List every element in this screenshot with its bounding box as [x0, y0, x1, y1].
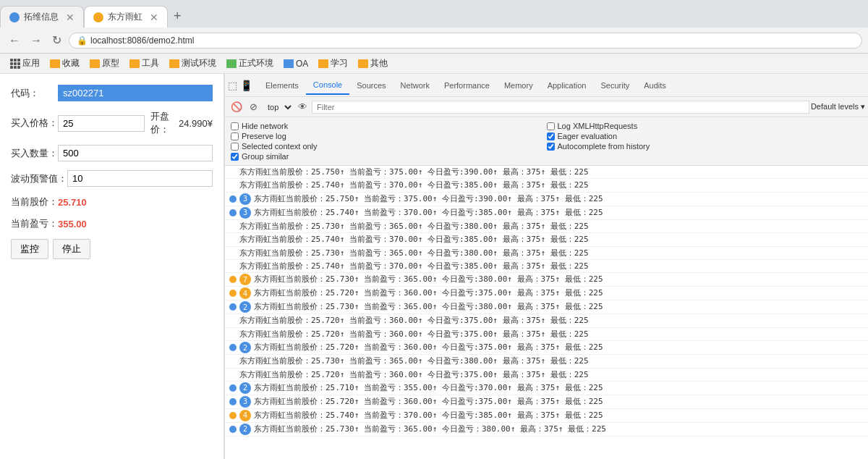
tab-tuowei[interactable]: 拓维信息 ✕ — [0, 6, 84, 28]
bookmark-qita-label: 其他 — [370, 57, 388, 70]
tab-label-dongfang: 东方雨虹 — [108, 11, 142, 23]
log-entry: 东方雨虹当前股价：25.730↑ 当前盈亏：365.00↑ 今日盈亏:380.0… — [225, 247, 868, 260]
tab-sources[interactable]: Sources — [349, 77, 393, 94]
buy-count-input[interactable] — [58, 145, 213, 161]
log-text: 东方雨虹当前股价：25.750↑ 当前盈亏：375.00↑ 今日盈亏:390.0… — [254, 193, 603, 204]
opt-autocomplete[interactable]: Autocomplete from history — [547, 142, 863, 151]
context-selector[interactable]: top — [262, 101, 294, 113]
tab-security[interactable]: Security — [593, 77, 637, 94]
bookmark-shoucang[interactable]: 收藏 — [46, 56, 84, 71]
reload-button[interactable]: ↻ — [49, 32, 64, 49]
tab-favicon-tuowei — [9, 12, 20, 22]
tab-memory[interactable]: Memory — [497, 77, 540, 94]
devtools-panel: ⬚ 📱 Elements Console Sources Network Per… — [224, 74, 868, 459]
log-xml-checkbox[interactable] — [547, 122, 555, 130]
options-right: Log XMLHttpRequests Eager evaluation Aut… — [547, 119, 863, 164]
opt-hide-network[interactable]: Hide network — [231, 122, 547, 130]
log-entry: 东方雨虹当前股价：25.730↑ 当前盈亏：365.00↑ 今日盈亏:380.0… — [225, 220, 868, 233]
log-text: 东方雨虹当前股价：25.750↑ 当前盈亏：375.00↑ 今日盈亏:390.0… — [239, 167, 589, 177]
log-entry: 东方雨虹当前股价：25.720↑ 当前盈亏：360.00↑ 今日盈亏:375.0… — [225, 328, 868, 341]
log-entry: 4东方雨虹当前股价：25.720↑ 当前盈亏：360.00↑ 今日盈亏:375.… — [225, 287, 868, 300]
log-entry: 2东方雨虹当前股价：25.730↑ 当前盈亏：365.00↑ 今日盈亏：380.… — [225, 423, 868, 437]
log-text: 东方雨虹当前股价：25.740↑ 当前盈亏：370.00↑ 今日盈亏:385.0… — [239, 180, 589, 190]
opt-eager-eval[interactable]: Eager evaluation — [547, 132, 863, 140]
opt-selected-context[interactable]: Selected context only — [231, 142, 547, 151]
log-entry: 4东方雨虹当前股价：25.740↑ 当前盈亏：370.00↑ 今日盈亏:385.… — [225, 409, 868, 423]
forward-button[interactable]: → — [27, 33, 45, 49]
button-row: 监控 停止 — [11, 239, 213, 259]
field-row-code: 代码： — [11, 85, 213, 101]
field-row-current-price: 当前股价： 25.710 — [11, 195, 213, 209]
bookmark-gongju[interactable]: 工具 — [125, 56, 163, 71]
bookmark-zhengshi[interactable]: 正式环境 — [222, 56, 278, 71]
bookmark-apps[interactable]: 应用 — [6, 56, 44, 71]
eye-icon-button[interactable]: 👁 — [295, 100, 310, 114]
tab-audits[interactable]: Audits — [637, 77, 673, 94]
tab-dongfang[interactable]: 东方雨虹 ✕ — [84, 6, 168, 28]
wave-input[interactable] — [67, 170, 213, 187]
opt-group-similar[interactable]: Group similar — [231, 152, 547, 161]
log-count-badge: 4 — [239, 410, 251, 421]
tab-label-tuowei: 拓维信息 — [24, 11, 59, 23]
profit-label: 当前盈亏： — [11, 217, 58, 230]
folder-icon-qita — [358, 59, 368, 68]
address-box[interactable]: 🔒 localhost:8086/demo2.html — [69, 33, 862, 49]
autocomplete-label: Autocomplete from history — [558, 142, 650, 151]
log-entry: 7东方雨虹当前股价：25.730↑ 当前盈亏：365.00↑ 今日盈亏:380.… — [225, 273, 868, 287]
preserve-log-checkbox[interactable] — [231, 132, 239, 140]
stop-button[interactable]: 停止 — [53, 239, 90, 259]
bookmark-xuexi[interactable]: 学习 — [314, 56, 352, 71]
code-input[interactable] — [58, 85, 213, 101]
buy-price-input[interactable] — [58, 115, 145, 132]
clear-console-button[interactable]: 🚫 — [228, 100, 245, 114]
monitor-button[interactable]: 监控 — [11, 239, 48, 259]
log-text: 东方雨虹当前股价：25.710↑ 当前盈亏：355.00↑ 今日盈亏:370.0… — [254, 382, 603, 393]
log-levels-dropdown[interactable]: Default levels ▾ — [811, 102, 865, 111]
devtools-inspect-icon[interactable]: ⬚ — [228, 80, 237, 91]
tab-application[interactable]: Application — [540, 77, 594, 94]
console-filter-input[interactable] — [312, 101, 809, 114]
tab-performance[interactable]: Performance — [437, 77, 497, 94]
console-log-area[interactable]: 东方雨虹当前股价：25.750↑ 当前盈亏：375.00↑ 今日盈亏:390.0… — [225, 166, 868, 459]
log-entry: 东方雨虹当前股价：25.750↑ 当前盈亏：375.00↑ 今日盈亏:390.0… — [225, 166, 868, 179]
group-similar-checkbox[interactable] — [231, 153, 239, 161]
selected-context-label: Selected context only — [242, 142, 318, 151]
bookmark-ceshi[interactable]: 测试环境 — [165, 56, 221, 71]
tab-elements[interactable]: Elements — [258, 77, 306, 94]
folder-icon-ceshi — [169, 59, 179, 68]
log-text: 东方雨虹当前股价：25.730↑ 当前盈亏：365.00↑ 今日盈亏:380.0… — [239, 355, 589, 366]
bookmark-qita[interactable]: 其他 — [354, 56, 392, 71]
opt-log-xml[interactable]: Log XMLHttpRequests — [547, 122, 863, 130]
open-price-value: 24.990¥ — [179, 118, 213, 129]
log-text: 东方雨虹当前股价：25.740↑ 当前盈亏：370.00↑ 今日盈亏:385.0… — [254, 207, 603, 218]
folder-icon-oa — [284, 59, 294, 68]
current-price-value: 25.710 — [58, 197, 87, 208]
bookmark-shoucang-label: 收藏 — [62, 57, 80, 70]
selected-context-checkbox[interactable] — [231, 143, 239, 151]
back-button[interactable]: ← — [6, 33, 23, 49]
log-text: 东方雨虹当前股价：25.740↑ 当前盈亏：370.00↑ 今日盈亏:385.0… — [254, 410, 603, 421]
devtools-mobile-icon[interactable]: 📱 — [240, 80, 252, 91]
console-filter-button[interactable]: ⊘ — [247, 100, 260, 114]
eager-eval-checkbox[interactable] — [547, 132, 555, 140]
bookmark-yuanxing[interactable]: 原型 — [85, 56, 124, 71]
folder-icon-gongju — [129, 59, 140, 68]
log-count-badge: 2 — [239, 301, 251, 313]
log-entry: 东方雨虹当前股价：25.740↑ 当前盈亏：370.00↑ 今日盈亏:385.0… — [225, 260, 868, 273]
tab-console[interactable]: Console — [306, 76, 349, 95]
new-tab-button[interactable]: + — [168, 9, 187, 24]
hide-network-checkbox[interactable] — [231, 122, 239, 130]
folder-icon-xuexi — [318, 59, 328, 68]
log-text: 东方雨虹当前股价：25.720↑ 当前盈亏：360.00↑ 今日盈亏:375.0… — [254, 342, 603, 353]
autocomplete-checkbox[interactable] — [547, 143, 555, 151]
preserve-log-label: Preserve log — [242, 132, 286, 140]
tab-network[interactable]: Network — [393, 77, 437, 94]
opt-preserve-log[interactable]: Preserve log — [231, 132, 547, 140]
log-count-badge: 4 — [239, 287, 251, 299]
current-price-label: 当前股价： — [11, 195, 58, 209]
log-entry: 东方雨虹当前股价：25.740↑ 当前盈亏：370.00↑ 今日盈亏:385.0… — [225, 233, 868, 246]
log-text: 东方雨虹当前股价：25.740↑ 当前盈亏：370.00↑ 今日盈亏:385.0… — [239, 234, 589, 245]
tab-close-tuowei[interactable]: ✕ — [66, 12, 75, 22]
bookmark-oa[interactable]: OA — [279, 57, 312, 70]
tab-close-dongfang[interactable]: ✕ — [150, 12, 158, 22]
